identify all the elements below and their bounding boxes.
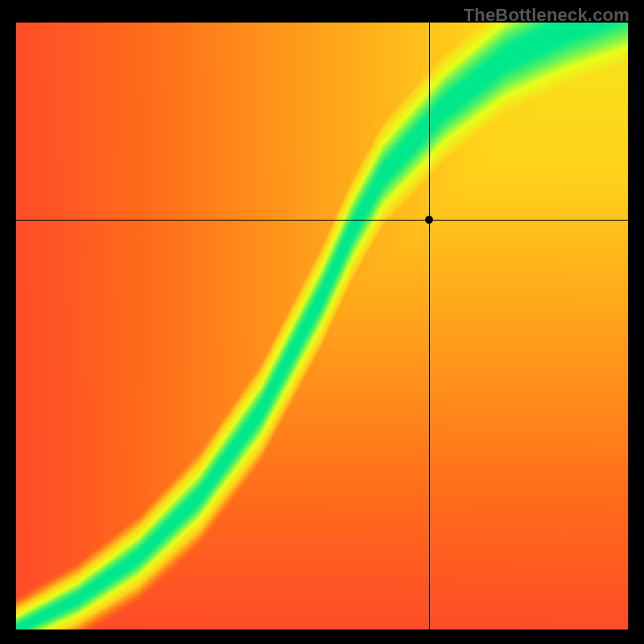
chart-frame: TheBottleneck.com bbox=[0, 0, 644, 644]
plot-area bbox=[16, 23, 628, 630]
heatmap-canvas bbox=[16, 23, 628, 630]
